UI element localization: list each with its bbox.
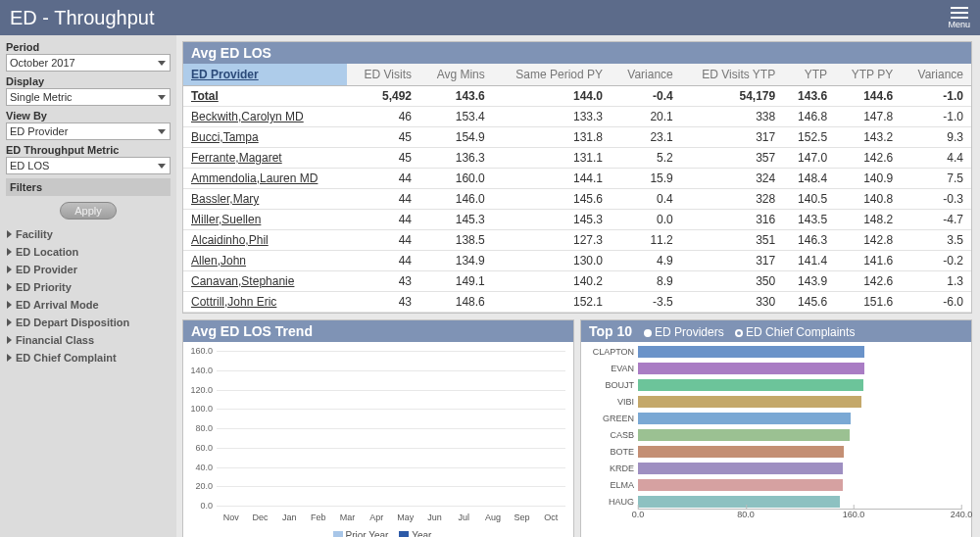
col-header: Same Period PY: [493, 64, 611, 86]
cell: 148.6: [419, 292, 493, 313]
cell: 142.6: [835, 271, 901, 292]
provider-link[interactable]: Cottrill,John Eric: [183, 292, 347, 313]
cell: -4.7: [901, 210, 971, 230]
filter-item[interactable]: ED Depart Disposition: [6, 314, 171, 331]
col-header: YTP PY: [835, 64, 901, 86]
trend-panel: Avg ED LOS Trend 0.020.040.060.080.0100.…: [182, 319, 574, 537]
top10-title: Top 10 ED Providers ED Chief Complaints: [581, 320, 971, 342]
top10-bar: [638, 446, 844, 458]
table-row: Alcaidinho,Phil44138.5127.311.2351146.31…: [183, 230, 971, 251]
table-row: Beckwith,Carolyn MD46153.4133.320.133814…: [183, 107, 971, 127]
svg-rect-2: [951, 17, 968, 19]
cell: 0.4: [611, 189, 681, 210]
cell: 144.6: [835, 86, 901, 107]
menu-button[interactable]: Menu: [948, 7, 970, 29]
filter-item[interactable]: ED Arrival Mode: [6, 296, 171, 314]
param-select-3[interactable]: ED LOS: [6, 157, 171, 174]
cell: 131.1: [493, 148, 611, 169]
cell: 140.8: [835, 189, 901, 210]
col-header: ED Visits: [347, 64, 419, 86]
provider-link[interactable]: Ammendolia,Lauren MD: [183, 169, 347, 189]
cell: 146.3: [783, 230, 835, 251]
cell: 324: [681, 169, 783, 189]
cell: 149.1: [419, 271, 493, 292]
col-header[interactable]: ED Provider: [183, 64, 347, 86]
cell: 146.0: [419, 189, 493, 210]
cell: 3.5: [901, 230, 971, 251]
provider-link[interactable]: Allen,John: [183, 251, 347, 271]
apply-button[interactable]: Apply: [60, 202, 117, 220]
filter-item[interactable]: Facility: [6, 225, 171, 243]
radio-providers-icon[interactable]: [644, 329, 652, 337]
cell: 20.1: [611, 107, 681, 127]
filter-item[interactable]: ED Location: [6, 243, 171, 261]
cell: 153.4: [419, 107, 493, 127]
cell: 357: [681, 148, 783, 169]
cell: 23.1: [611, 127, 681, 148]
radio-complaints-icon[interactable]: [735, 329, 743, 337]
top10-bar: [638, 346, 864, 358]
cell: 7.5: [901, 169, 971, 189]
top10-row: CLAPTON: [638, 346, 961, 358]
cell: 330: [681, 292, 783, 313]
filter-item[interactable]: Financial Class: [6, 331, 171, 349]
param-select-1[interactable]: Single Metric: [6, 88, 171, 106]
provider-link[interactable]: Ferrante,Magaret: [183, 148, 347, 169]
page-title: ED - Throughput: [10, 7, 155, 29]
top10-bar: [638, 479, 843, 491]
cell: 317: [681, 251, 783, 271]
table-panel: Avg ED LOS ED ProviderED VisitsAvg MinsS…: [182, 41, 972, 314]
cell: 142.8: [835, 230, 901, 251]
table-row: Ammendolia,Lauren MD44160.0144.115.93241…: [183, 169, 971, 189]
cell: 44: [347, 230, 419, 251]
cell: 1.3: [901, 271, 971, 292]
tab-providers[interactable]: ED Providers: [655, 325, 724, 339]
cell: 350: [681, 271, 783, 292]
cell: 4.4: [901, 148, 971, 169]
filter-item[interactable]: ED Chief Complaint: [6, 349, 171, 366]
provider-link[interactable]: Alcaidinho,Phil: [183, 230, 347, 251]
cell: 317: [681, 127, 783, 148]
cell: 43: [347, 292, 419, 313]
top10-row: BOTE: [638, 446, 961, 458]
cell: 136.3: [419, 148, 493, 169]
col-header: Variance: [611, 64, 681, 86]
filter-list: FacilityED LocationED ProviderED Priorit…: [6, 225, 171, 366]
top10-row: GREEN: [638, 413, 961, 424]
param-select-2[interactable]: ED Provider: [6, 122, 171, 140]
cell: 151.6: [835, 292, 901, 313]
table-row: Canavan,Stephanie43149.1140.28.9350143.9…: [183, 271, 971, 292]
cell: 147.0: [783, 148, 835, 169]
cell: 148.4: [783, 169, 835, 189]
table-title: Avg ED LOS: [183, 42, 971, 64]
menu-label: Menu: [948, 20, 970, 29]
filter-item[interactable]: ED Priority: [6, 278, 171, 296]
provider-link[interactable]: Beckwith,Carolyn MD: [183, 107, 347, 127]
trend-legend: Prior Year Year: [183, 528, 573, 537]
cell: 15.9: [611, 169, 681, 189]
tab-complaints[interactable]: ED Chief Complaints: [746, 325, 855, 339]
cell: 46: [347, 107, 419, 127]
provider-link[interactable]: Canavan,Stephanie: [183, 271, 347, 292]
filters-heading: Filters: [6, 178, 171, 196]
param-select-0[interactable]: October 2017: [6, 54, 171, 72]
filter-item[interactable]: ED Provider: [6, 261, 171, 278]
top10-panel: Top 10 ED Providers ED Chief Complaints …: [580, 319, 972, 537]
cell: 43: [347, 271, 419, 292]
cell: 54,179: [681, 86, 783, 107]
cell: 143.6: [783, 86, 835, 107]
cell: 44: [347, 189, 419, 210]
provider-link[interactable]: Bucci,Tampa: [183, 127, 347, 148]
table-row: Allen,John44134.9130.04.9317141.4141.6-0…: [183, 251, 971, 271]
top10-bar: [638, 396, 861, 408]
cell: 131.8: [493, 127, 611, 148]
provider-link[interactable]: Bassler,Mary: [183, 189, 347, 210]
cell: 316: [681, 210, 783, 230]
provider-link[interactable]: Miller,Suellen: [183, 210, 347, 230]
svg-rect-1: [951, 12, 968, 14]
top10-row: BOUJT: [638, 379, 961, 391]
col-header: YTP: [783, 64, 835, 86]
col-header: Avg Mins: [419, 64, 493, 86]
cell: -0.2: [901, 251, 971, 271]
top10-row: CASB: [638, 429, 961, 441]
